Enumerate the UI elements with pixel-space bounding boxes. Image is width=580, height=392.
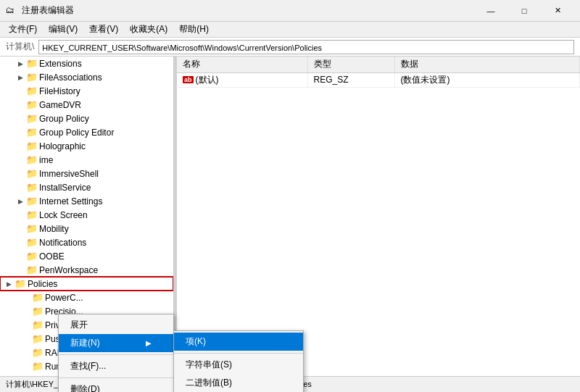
folder-icon [26,141,38,152]
ctx-separator [59,354,173,355]
folder-icon [26,99,38,111]
registry-row[interactable]: ab(默认)REG_SZ(数值未设置) [177,72,580,87]
tree-arrow-icon [14,127,26,138]
ctx-menu-item-expand[interactable]: 展开 [59,316,173,334]
submenu: 项(K)字符串值(S)二进制值(B)DWORD (32 位值)(D)QWORD … [173,330,304,392]
tree-item[interactable]: Notifications [0,235,173,249]
folder-icon [26,127,38,138]
app-icon: 🗂 [6,5,17,17]
menu-favorites[interactable]: 收藏夹(A) [124,22,173,37]
folder-icon [26,113,38,125]
ctx-menu-item-new[interactable]: 新建(N)▶ [59,334,173,352]
folder-icon [26,251,38,262]
tree-item[interactable]: Group Policy Editor [0,125,173,139]
tree-item[interactable]: ImmersiveShell [0,167,173,180]
registry-name: ab(默认) [177,72,307,87]
close-button[interactable]: ✕ [541,0,574,22]
tree-arrow-icon [20,347,32,359]
tree-arrow-icon [20,306,32,317]
tree-item[interactable]: Group Policy [0,112,173,125]
folder-icon [32,375,44,377]
title-bar: 🗂 注册表编辑器 — □ ✕ [0,0,580,22]
tree-item-label: Mobility [39,224,69,234]
tree-item[interactable]: PenWorkspace [0,263,173,277]
tree-item[interactable]: OOBE [0,249,173,263]
tree-arrow-icon: ▶ [14,58,26,70]
tree-item[interactable]: ime [0,153,173,167]
folder-icon [26,154,38,166]
folder-icon [26,223,38,235]
tree-item[interactable]: ▶Extensions [0,57,173,70]
tree-item-label: PenWorkspace [39,265,98,275]
folder-icon [26,209,38,221]
folder-icon [14,278,26,290]
tree-item-label: Extensions [39,59,82,69]
col-type: 类型 [307,57,394,72]
tree-arrow-icon [20,320,32,331]
tree-item[interactable]: Holographic [0,139,173,153]
submenu-arrow-icon: ▶ [146,339,152,347]
menu-view[interactable]: 查看(V) [83,22,124,37]
tree-item-label: Holographic [39,141,86,151]
tree-arrow-icon [14,251,26,262]
tree-item-label: Internet Settings [39,196,102,207]
tree-arrow-icon [14,113,26,125]
folder-icon [32,320,44,331]
tree-item[interactable]: PowerC... [0,291,173,304]
ctx-menu-item-delete[interactable]: 删除(D) [59,380,173,392]
tree-arrow-icon: ▶ [14,72,26,83]
menu-edit[interactable]: 编辑(V) [43,22,83,37]
folder-icon [26,237,38,249]
folder-icon [32,347,44,359]
context-menu: 展开新建(N)▶查找(F)...删除(D)重命名(R)导出(E)权限(P)...… [58,314,174,392]
address-path[interactable]: HKEY_CURRENT_USER\Software\Microsoft\Win… [38,40,574,54]
submenu-item-string[interactable]: 字符串值(S) [174,356,303,374]
tree-arrow-icon [14,223,26,235]
tree-item[interactable]: GameDVR [0,98,173,112]
folder-icon [26,72,38,83]
tree-arrow-icon [20,361,32,372]
registry-type: REG_SZ [307,72,394,87]
tree-item-label: ImmersiveShell [39,169,99,179]
registry-data: (数值未设置) [394,72,580,87]
tree-arrow-icon [14,209,26,221]
tree-item[interactable]: Mobility [0,222,173,235]
submenu-item-key[interactable]: 项(K) [174,333,303,351]
folder-icon [26,196,38,207]
tree-item[interactable]: ▶Internet Settings [0,194,173,208]
ctx-separator [59,378,173,378]
tree-item[interactable]: InstallService [0,180,173,194]
folder-icon [26,182,38,193]
ctx-menu-label: 查找(F)... [70,360,106,372]
ctx-menu-item-find[interactable]: 查找(F)... [59,357,173,375]
tree-item[interactable]: FileHistory [0,84,173,98]
folder-icon [26,264,38,276]
tree-item[interactable]: ▶FileAssociations [0,70,173,84]
submenu-separator [174,353,303,354]
tree-arrow-icon [14,154,26,166]
folder-icon [26,58,38,70]
tree-item-label: OOBE [39,251,65,262]
tree-item[interactable]: Lock Screen [0,208,173,222]
tree-arrow-icon [14,264,26,276]
ctx-menu-label: 删除(D) [70,383,100,392]
folder-icon [26,86,38,97]
tree-arrow-icon [20,292,32,304]
tree-item-label: Group Policy Editor [39,128,114,138]
folder-icon [32,333,44,345]
tree-arrow-icon [20,333,32,345]
menu-help[interactable]: 帮助(H) [173,22,215,37]
folder-icon [32,306,44,317]
maximize-button[interactable]: □ [508,0,541,22]
submenu-item-binary[interactable]: 二进制值(B) [174,374,303,392]
tree-arrow-icon [14,99,26,111]
menu-file[interactable]: 文件(F) [3,22,43,37]
tree-arrow-icon: ▶ [14,196,26,207]
col-name: 名称 [177,57,307,72]
tree-arrow-icon [20,375,32,377]
tree-item[interactable]: ▶Policies [0,277,173,291]
window-controls: — □ ✕ [474,0,574,22]
folder-icon [32,292,44,304]
tree-item-label: FileAssociations [39,72,102,83]
minimize-button[interactable]: — [474,0,508,22]
